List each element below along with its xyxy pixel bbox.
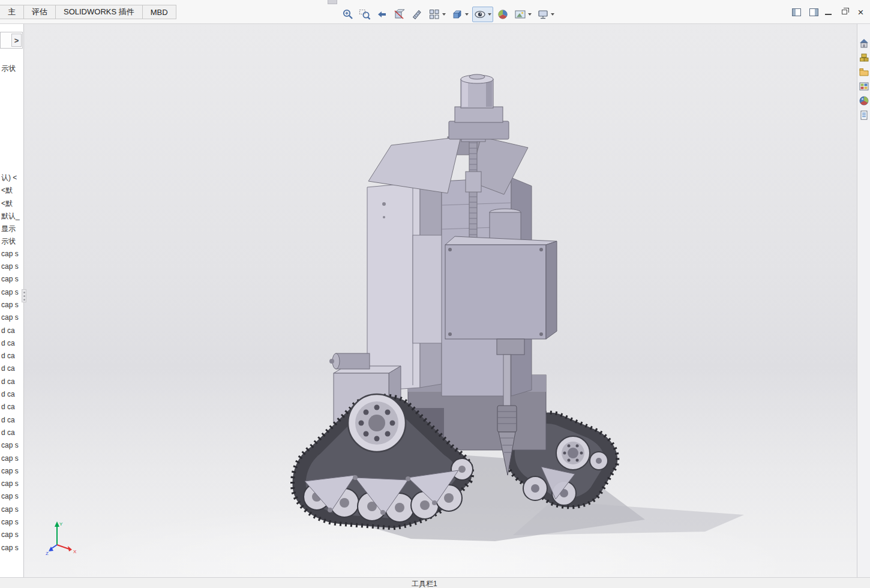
tree-item[interactable]: 默认_ xyxy=(1,211,24,224)
solidworks-window: 主 评估 SOLIDWORKS 插件 MBD xyxy=(0,0,870,588)
status-bar: 工具栏1 xyxy=(0,577,870,588)
chevron-down-icon[interactable] xyxy=(465,13,469,16)
restore-button[interactable] xyxy=(836,5,853,19)
tree-item[interactable]: cap s xyxy=(1,250,24,262)
view-settings-icon[interactable] xyxy=(535,7,556,22)
previous-view-icon[interactable] xyxy=(374,7,390,22)
expand-panel-button[interactable]: > xyxy=(11,34,22,47)
tree-item[interactable]: d ca xyxy=(1,364,24,377)
zoom-area-icon[interactable] xyxy=(357,7,373,22)
tree-item[interactable]: 认) < xyxy=(1,173,24,185)
expand-pane-icon[interactable] xyxy=(809,8,818,16)
tree-item[interactable]: 示状 xyxy=(1,236,24,249)
design-library-icon[interactable] xyxy=(858,52,870,64)
hide-show-items-icon[interactable] xyxy=(472,7,493,22)
tree-item[interactable]: d ca xyxy=(1,390,24,403)
tree-item[interactable]: cap s xyxy=(1,288,24,301)
chevron-down-icon[interactable] xyxy=(488,13,491,16)
tree-item[interactable]: d ca xyxy=(1,352,24,364)
headsup-view-toolbar xyxy=(340,7,556,22)
feature-tree: 认) < <默 <默 默认_ 显示 示状 cap s cap s cap s c… xyxy=(1,173,24,556)
close-button[interactable]: × xyxy=(853,5,869,19)
task-pane xyxy=(857,24,870,577)
tree-item[interactable]: cap s xyxy=(1,505,24,518)
tree-item[interactable]: cap s xyxy=(1,275,24,287)
tree-item[interactable]: cap s xyxy=(1,454,24,467)
measure-icon[interactable] xyxy=(409,7,425,22)
robot-assembly-model[interactable] xyxy=(24,24,857,577)
triad-x-label: X xyxy=(73,549,77,554)
pane-toggle-buttons xyxy=(792,8,818,16)
tree-item[interactable]: cap s xyxy=(1,313,24,326)
zoom-fit-icon[interactable] xyxy=(340,7,355,22)
tree-item[interactable]: cap s xyxy=(1,301,24,313)
tree-item[interactable]: cap s xyxy=(1,479,24,492)
status-text: 工具栏1 xyxy=(412,579,437,588)
chevron-down-icon[interactable] xyxy=(442,13,446,16)
window-controls: × xyxy=(820,5,869,19)
featuremanager-header: > xyxy=(0,32,23,49)
tree-item[interactable]: cap s xyxy=(1,518,24,530)
triad-z-label: Z xyxy=(46,551,49,556)
minimize-icon xyxy=(825,14,832,15)
commandmanager-tabs: 主 评估 SOLIDWORKS 插件 MBD xyxy=(0,5,176,19)
partial-quickaccess-icon xyxy=(328,0,337,4)
tree-item[interactable]: d ca xyxy=(1,326,24,339)
commandmanager-tab[interactable]: SOLIDWORKS 插件 xyxy=(56,5,143,19)
tree-item[interactable]: <默 xyxy=(1,185,24,198)
commandmanager-tab[interactable]: 主 xyxy=(0,5,24,19)
solidworks-resources-icon[interactable] xyxy=(858,37,870,49)
apply-scene-icon[interactable] xyxy=(512,7,533,22)
view-palette-icon[interactable] xyxy=(858,80,870,92)
tree-item[interactable]: d ca xyxy=(1,403,24,415)
panel-splitter[interactable] xyxy=(22,289,26,302)
display-style-icon[interactable] xyxy=(449,7,470,22)
tree-item[interactable]: d ca xyxy=(1,416,24,428)
graphics-viewport[interactable]: Y X Z xyxy=(24,24,857,577)
tree-item[interactable]: d ca xyxy=(1,377,24,390)
custom-properties-icon[interactable] xyxy=(858,109,870,121)
tree-item[interactable]: 显示 xyxy=(1,224,24,236)
view-orientation-icon[interactable] xyxy=(427,7,448,22)
tree-item[interactable]: d ca xyxy=(1,339,24,352)
appearances-scenes-icon[interactable] xyxy=(858,95,870,107)
tree-item[interactable]: cap s xyxy=(1,441,24,454)
tree-item[interactable]: cap s xyxy=(1,262,24,275)
chevron-down-icon[interactable] xyxy=(528,13,532,16)
collapse-pane-icon[interactable] xyxy=(792,8,801,16)
tree-item[interactable]: cap s xyxy=(1,467,24,479)
file-explorer-icon[interactable] xyxy=(858,66,870,78)
triad-y-label: Y xyxy=(59,521,63,527)
tree-item[interactable]: 示状 xyxy=(1,64,16,76)
orientation-triad: Y X Z xyxy=(45,520,81,556)
section-view-icon[interactable] xyxy=(392,7,407,22)
tree-item[interactable]: <默 xyxy=(1,199,24,211)
tree-item[interactable]: cap s xyxy=(1,492,24,505)
tree-item[interactable]: d ca xyxy=(1,428,24,441)
minimize-button[interactable] xyxy=(820,5,836,19)
close-icon: × xyxy=(858,7,864,17)
restore-icon xyxy=(842,10,847,14)
commandmanager-tab[interactable]: 评估 xyxy=(24,5,56,19)
feature-tree-strip: > 示状 认) < <默 <默 默认_ 显示 示状 cap s cap s ca… xyxy=(0,24,24,577)
tree-item[interactable]: cap s xyxy=(1,544,24,556)
command-bar: 主 评估 SOLIDWORKS 插件 MBD xyxy=(0,0,870,24)
chevron-down-icon[interactable] xyxy=(551,13,554,16)
edit-appearance-icon[interactable] xyxy=(495,7,511,22)
tree-item[interactable]: cap s xyxy=(1,530,24,543)
commandmanager-tab[interactable]: MBD xyxy=(143,5,176,19)
